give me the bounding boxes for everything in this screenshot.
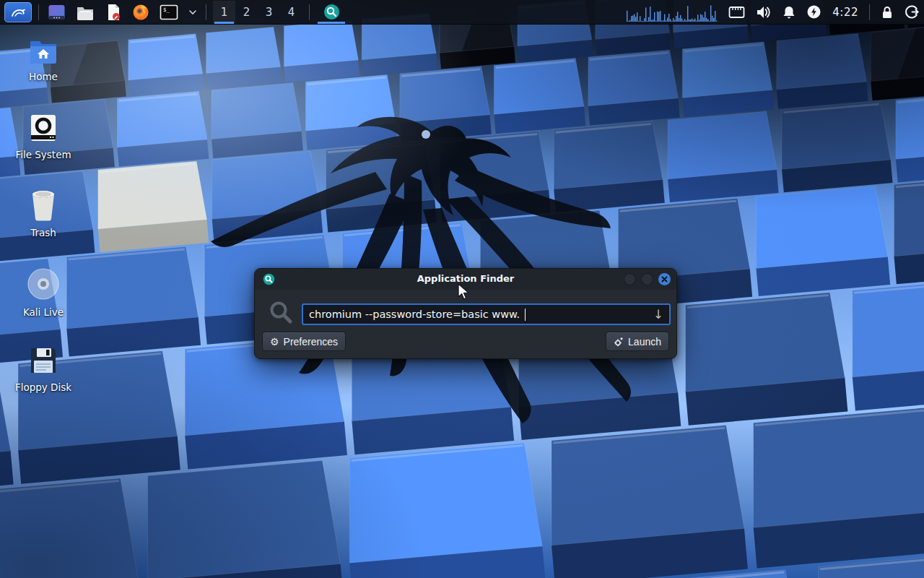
panel-separator xyxy=(206,4,206,20)
top-panel: $_ 1 2 3 4 xyxy=(0,0,924,25)
workspace-2-label: 2 xyxy=(243,6,250,19)
launcher-group: $_ xyxy=(45,1,199,23)
terminal-dropdown[interactable] xyxy=(186,1,199,23)
desktop-icon-label: Home xyxy=(29,72,58,82)
activity-graph[interactable] xyxy=(627,2,718,22)
workspace-switcher: 1 2 3 4 xyxy=(213,1,302,24)
desktop-icon-label: File System xyxy=(15,150,71,160)
workspace-4-label: 4 xyxy=(288,6,295,19)
search-icon xyxy=(269,300,294,325)
close-button[interactable] xyxy=(658,273,671,285)
app-finder-icon xyxy=(323,4,340,20)
chevron-down-icon xyxy=(188,9,197,15)
folder-icon xyxy=(76,4,95,21)
notification-bell-icon[interactable] xyxy=(783,5,796,20)
firefox-icon xyxy=(132,4,149,21)
desktop-icon-trash[interactable]: Trash xyxy=(9,189,78,238)
logout-icon[interactable] xyxy=(905,4,920,20)
finder-command-input[interactable]: chromium --password-store=basic www. ↓ xyxy=(302,303,671,325)
dialog-button-row: ⚙ Preferences Launch xyxy=(262,332,669,351)
panel-separator xyxy=(309,4,310,20)
svg-text:$_: $_ xyxy=(163,6,170,12)
application-finder-window: Application Finder chromium --password-s… xyxy=(254,268,677,359)
input-text: chromium --password-store=basic www. xyxy=(309,309,520,320)
launcher-terminal[interactable]: $_ xyxy=(157,1,180,23)
hard-drive-icon xyxy=(28,113,58,143)
lock-screen-icon[interactable] xyxy=(881,5,894,20)
home-folder-icon xyxy=(28,38,58,65)
workspace-3-label: 3 xyxy=(266,6,273,19)
trash-can-icon xyxy=(28,189,58,221)
text-caret xyxy=(525,309,526,321)
optical-disc-icon xyxy=(27,267,60,301)
launcher-firefox[interactable] xyxy=(130,1,152,23)
window-buttons xyxy=(624,273,671,285)
preferences-label: Preferences xyxy=(284,336,338,348)
terminal-icon: $_ xyxy=(160,4,178,21)
power-manager-icon[interactable] xyxy=(806,4,821,20)
launch-label: Launch xyxy=(628,336,661,348)
minimize-button[interactable] xyxy=(624,273,636,285)
launcher-file-manager[interactable] xyxy=(74,1,97,23)
maximize-button[interactable] xyxy=(641,273,653,285)
workspace-1[interactable]: 1 xyxy=(213,1,235,24)
kali-menu-button[interactable] xyxy=(4,2,32,22)
floppy-disk-icon xyxy=(28,345,58,376)
application-finder-launcher[interactable] xyxy=(316,1,346,24)
workspace-4[interactable]: 4 xyxy=(280,1,302,24)
kali-logo-icon xyxy=(10,5,26,20)
desktop-icon-label: Trash xyxy=(30,228,56,238)
window-app-icon xyxy=(48,4,66,21)
launch-icon xyxy=(614,337,624,347)
desktop-icon-home[interactable]: Home xyxy=(9,38,78,82)
launch-button[interactable]: Launch xyxy=(606,332,669,351)
launcher-window-app[interactable] xyxy=(45,1,68,23)
workspace-1-label: 1 xyxy=(221,6,228,19)
panel-status-area: 4:22 xyxy=(627,2,920,22)
launcher-text-editor[interactable] xyxy=(103,1,124,23)
window-title: Application Finder xyxy=(255,273,676,284)
desktop-icon-label: Floppy Disk xyxy=(15,382,71,393)
desktop-icon-label: Kali Live xyxy=(23,307,64,318)
desktop-icon-file-system[interactable]: File System xyxy=(9,113,78,160)
close-icon xyxy=(661,276,668,282)
preferences-button[interactable]: ⚙ Preferences xyxy=(262,332,346,351)
network-icon[interactable] xyxy=(728,6,745,19)
titlebar[interactable]: Application Finder xyxy=(255,269,676,290)
panel-separator xyxy=(869,4,870,20)
desktop-icon-kali-live[interactable]: Kali Live xyxy=(9,267,78,318)
clock[interactable]: 4:22 xyxy=(832,6,858,19)
workspace-3[interactable]: 3 xyxy=(258,1,280,24)
text-editor-icon xyxy=(105,4,122,21)
panel-separator xyxy=(38,4,39,20)
workspace-2[interactable]: 2 xyxy=(235,1,258,24)
gear-icon: ⚙ xyxy=(270,337,279,347)
dropdown-arrow-icon[interactable]: ↓ xyxy=(653,309,663,321)
desktop-icon-floppy-disk[interactable]: Floppy Disk xyxy=(9,345,78,393)
volume-icon[interactable] xyxy=(756,5,772,20)
